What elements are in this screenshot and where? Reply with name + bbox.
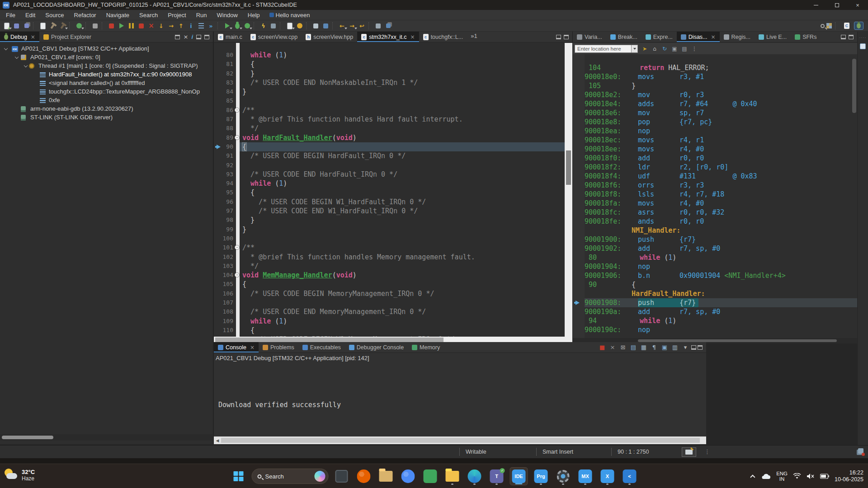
build-all-icon[interactable]	[58, 21, 67, 31]
close-tab-icon[interactable]: ×	[31, 34, 35, 40]
disasm-line[interactable]: 900018ea:nop	[585, 127, 857, 136]
disasm-line[interactable]: 90{	[585, 280, 857, 289]
taskbar-app-chrome-browser[interactable]	[399, 467, 417, 485]
disasm-line[interactable]: 90001902:addr7, sp, #0	[585, 244, 857, 253]
terminate-console-icon[interactable]: ■	[598, 343, 606, 352]
battery-icon[interactable]	[820, 474, 829, 479]
code-line[interactable]: while (1)	[242, 179, 565, 188]
profile-icon[interactable]	[242, 21, 252, 31]
background-jobs-icon[interactable]	[858, 448, 863, 454]
copy-icon[interactable]: ▣	[670, 45, 679, 53]
search-files-icon[interactable]	[295, 21, 304, 31]
disasm-line[interactable]: 90001906:b.n0x90001904 <NMI_Handler+4>	[585, 271, 857, 280]
code-line[interactable]: }	[242, 216, 565, 225]
expander-icon[interactable]	[24, 64, 28, 67]
code-line[interactable]: */	[242, 262, 565, 271]
menu-source[interactable]: Source	[40, 10, 69, 20]
minimize-view-icon[interactable]	[691, 345, 696, 350]
menu-search[interactable]: Search	[134, 10, 163, 20]
tree-item[interactable]: HardFault_Handler() at stm32h7xx_it.c:90…	[0, 70, 213, 79]
step-return-icon[interactable]: ↑	[176, 21, 186, 31]
tab-varia-[interactable]: Varia...	[573, 32, 606, 42]
code-line[interactable]	[242, 161, 565, 170]
start-button[interactable]	[230, 467, 248, 485]
line-number-gutter[interactable]: 80 81 82 83 84 85 86 87 88 89 90 91 92 9…	[222, 43, 236, 337]
forward-icon[interactable]: →	[347, 21, 357, 31]
remove-all-terminated-icon[interactable]: ×	[183, 33, 188, 40]
code-line[interactable]: * @brief This function handles Hard faul…	[242, 115, 565, 124]
build-icon[interactable]	[48, 21, 57, 31]
tab-console[interactable]: Console×	[214, 342, 259, 352]
last-edit-location-icon[interactable]: ↩	[357, 21, 367, 31]
disasm-line[interactable]: 9000190c:nop	[585, 325, 857, 334]
tree-item[interactable]: <signal handler called>() at 0xfffffffed	[0, 79, 213, 88]
location-input[interactable]	[575, 45, 632, 53]
code-line[interactable]: /**	[242, 243, 565, 252]
pin-editor-icon[interactable]	[373, 21, 383, 31]
code-line[interactable]: /**	[242, 106, 565, 115]
tab-stm32h7xx-it-c[interactable]: cstm32h7xx_it.c×	[357, 32, 419, 42]
code-line[interactable]: * @brief This function handles Memory ma…	[242, 253, 565, 262]
new-wizard-icon[interactable]: +	[2, 21, 11, 31]
suspend-icon[interactable]	[127, 21, 136, 31]
disassembly-vertical-scrollbar[interactable]	[852, 59, 856, 113]
save-icon[interactable]	[12, 21, 21, 31]
debug-icon[interactable]	[232, 21, 242, 31]
instruction-stepping-icon[interactable]: i	[186, 21, 196, 31]
disasm-line[interactable]: 90001900:push{r7}	[585, 235, 857, 244]
disasm-line[interactable]: 900018e4:addsr7, #64 @ 0x40	[585, 99, 857, 108]
disasm-line[interactable]: 90001904:nop	[585, 262, 857, 271]
language-indicator[interactable]: ENGIN	[776, 471, 788, 482]
console-horizontal-scrollbar[interactable]: ◀	[214, 436, 706, 444]
disasm-line[interactable]: 900018e6:movsp, r7	[585, 108, 857, 117]
tree-item[interactable]: touchgfx::LCD24bpp::TextureMapper_ARGB88…	[0, 88, 213, 96]
tab-executables[interactable]: Executables	[298, 342, 345, 352]
input-mode-icon[interactable]	[682, 447, 696, 457]
target-status-icon[interactable]	[269, 21, 278, 31]
reset-chip-icon[interactable]	[107, 21, 116, 31]
use-step-filters-icon[interactable]: »	[206, 21, 216, 31]
expander-icon[interactable]	[15, 55, 19, 59]
menu-window[interactable]: Window	[212, 10, 243, 20]
terminate-icon[interactable]	[137, 21, 146, 31]
disasm-line[interactable]: 900018fe:andsr0, r0	[585, 217, 857, 226]
disasm-line[interactable]: 80 while (1)	[585, 253, 857, 262]
open-console-icon[interactable]: ▾	[681, 343, 689, 352]
maximize-view-icon[interactable]	[698, 345, 703, 350]
taskbar-app-teams[interactable]: T✓	[488, 467, 506, 485]
tab-memory[interactable]: Memory	[408, 342, 444, 352]
minimize-view-icon[interactable]	[841, 35, 846, 39]
display-selected-console-icon[interactable]: ▥	[671, 343, 679, 352]
tab-project-explorer[interactable]: Project Explorer	[39, 32, 95, 42]
debug-perspective-icon[interactable]	[854, 22, 863, 30]
step-over-icon[interactable]: →	[166, 21, 176, 31]
taskbar-app-firefox[interactable]	[355, 467, 373, 485]
tab-problems[interactable]: Problems	[259, 342, 298, 352]
maximize-view-icon[interactable]	[849, 35, 854, 39]
code-line[interactable]: while (1)	[242, 51, 565, 60]
save-all-icon[interactable]	[22, 21, 31, 31]
taskbar-app-task-view[interactable]	[333, 467, 351, 485]
disasm-line[interactable]: 900018fa:movsr4, #0	[585, 199, 857, 208]
disasm-line[interactable]: 105}	[585, 81, 857, 90]
disasm-line[interactable]: 900018f8:lslsr4, r7, #18	[585, 190, 857, 199]
disasm-line[interactable]: 900018fc:asrsr0, r0, #32	[585, 208, 857, 217]
clear-console-icon[interactable]: ▤	[629, 343, 637, 352]
taskbar-app-documents-folder[interactable]	[377, 467, 395, 485]
code-line[interactable]: }	[242, 69, 565, 78]
refresh-icon[interactable]: ↻	[660, 45, 669, 53]
menu-help[interactable]: Help	[243, 10, 265, 20]
code-line[interactable]: }	[242, 87, 565, 96]
tab-sfrs[interactable]: SFRs	[791, 32, 821, 42]
tab-regis-[interactable]: Regis...	[720, 32, 755, 42]
disasm-line[interactable]: 90001908:push{r7}	[585, 298, 857, 307]
info-icon[interactable]: i	[191, 33, 193, 40]
expander-icon[interactable]	[4, 47, 8, 50]
run-icon[interactable]	[222, 21, 232, 31]
disasm-line[interactable]: 104 return HAL_ERROR;	[585, 63, 857, 72]
disasm-line[interactable]: 94 while (1)	[585, 316, 857, 325]
tray-overflow-icon[interactable]	[750, 474, 755, 479]
word-wrap-icon[interactable]: ¶	[650, 343, 658, 352]
disasm-line[interactable]: 900018e8:pop{r7, pc}	[585, 117, 857, 127]
disasm-line[interactable]: 900018f6:orrsr3, r3	[585, 181, 857, 190]
